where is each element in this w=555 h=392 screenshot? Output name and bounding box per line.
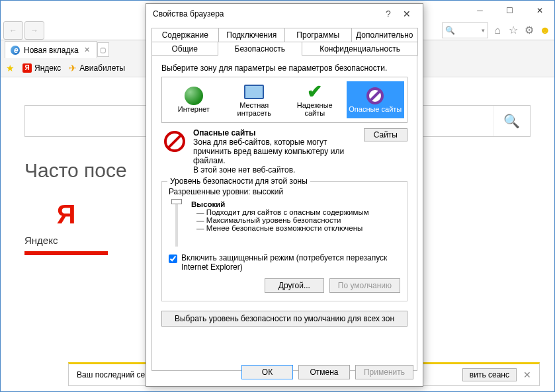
protected-mode-label: Включить защищенный режим (потребуется п… <box>181 253 400 272</box>
protected-mode-checkbox[interactable] <box>169 255 177 263</box>
zone-desc-line2: В этой зоне нет веб-сайтов. <box>193 165 359 175</box>
browser-tab[interactable]: Новая вкладка ✕ <box>5 41 97 58</box>
page-search-button[interactable]: 🔍 <box>493 106 530 136</box>
selected-zone-name: Опасные сайты <box>193 128 359 137</box>
yandex-icon: Я <box>22 63 32 73</box>
tab-privacy[interactable]: Конфиденциальность <box>302 42 418 56</box>
apply-button[interactable]: Применить <box>355 365 413 379</box>
bar-close-icon[interactable]: ✕ <box>523 370 531 380</box>
level-name: Высокий <box>191 200 400 208</box>
plane-icon: ✈ <box>69 63 77 73</box>
dialog-footer: ОК Отмена Применить <box>146 365 423 379</box>
zone-internet[interactable]: Интернет <box>165 81 223 118</box>
favorite-label: Яндекс <box>34 63 61 73</box>
back-button[interactable]: ← <box>3 21 23 40</box>
cancel-button[interactable]: Отмена <box>298 365 350 379</box>
reset-all-zones-button[interactable]: Выбрать уровень безопасности по умолчани… <box>161 311 407 327</box>
level-bullet: — Максимальный уровень безопасности <box>191 216 400 224</box>
restricted-large-icon <box>161 128 188 175</box>
favorite-avia[interactable]: ✈ Авиабилеты <box>69 63 125 73</box>
smiley-icon[interactable]: ☻ <box>538 24 552 37</box>
minimize-button[interactable]: ─ <box>465 1 495 20</box>
favorite-yandex[interactable]: Я Яндекс <box>22 63 61 73</box>
level-legend: Уровень безопасности для этой зоны <box>167 176 310 186</box>
ok-button[interactable]: ОК <box>241 365 293 379</box>
allowed-levels: Разрешенные уровни: высокий <box>169 187 400 196</box>
search-icon: 🔍 <box>445 26 455 35</box>
zone-list: Интернет Местная интрасеть ✔ Надежные са… <box>161 77 407 123</box>
star-icon: ★ <box>6 63 15 73</box>
zone-intranet[interactable]: Местная интрасеть <box>226 81 284 118</box>
tile-yandex[interactable]: Я <box>24 198 108 231</box>
close-button[interactable]: ✕ <box>525 1 554 20</box>
security-slider[interactable] <box>175 200 178 247</box>
default-level-button[interactable]: По умолчанию <box>329 278 400 293</box>
dialog-title: Свойства браузера <box>153 9 379 19</box>
tab-title: Новая вкладка <box>24 46 79 55</box>
sites-button[interactable]: Сайты <box>364 128 407 141</box>
internet-options-dialog: Свойства браузера ? ✕ Содержание Подключ… <box>146 3 423 387</box>
help-button[interactable]: ? <box>379 9 398 19</box>
ie-tab-icon <box>11 46 20 55</box>
tab-programs[interactable]: Программы <box>284 28 352 42</box>
check-icon: ✔ <box>304 83 325 101</box>
tile-letter: Я <box>57 200 76 229</box>
zone-label: Надежные сайты <box>287 101 343 117</box>
zone-label: Интернет <box>178 105 210 113</box>
monitor-icon <box>243 83 265 101</box>
home-icon[interactable]: ⌂ <box>491 24 504 37</box>
zone-label: Местная интрасеть <box>227 101 282 117</box>
tab-security[interactable]: Безопасность <box>218 42 303 56</box>
dialog-close-button[interactable]: ✕ <box>398 9 416 19</box>
new-tab-button[interactable]: ▢ <box>97 42 109 57</box>
maximize-button[interactable]: ☐ <box>495 1 525 20</box>
zone-prompt: Выберите зону для параметры ее параметро… <box>161 63 407 73</box>
zone-restricted[interactable]: Опасные сайты <box>347 81 405 118</box>
zone-label: Опасные сайты <box>349 105 402 113</box>
tab-close-icon[interactable]: ✕ <box>83 46 91 54</box>
tools-gear-icon[interactable]: ⚙ <box>523 24 536 37</box>
custom-level-button[interactable]: Другой... <box>265 278 324 293</box>
tile-underline <box>24 251 108 255</box>
level-bullet: — Подходит для сайтов с опасным содержим… <box>191 208 400 216</box>
tab-general[interactable]: Общие <box>151 42 218 56</box>
add-favorite-button[interactable]: ★ <box>6 63 15 73</box>
tab-content[interactable]: Содержание <box>151 28 219 42</box>
dialog-titlebar: Свойства браузера ? ✕ <box>146 4 423 24</box>
globe-icon <box>183 87 204 105</box>
quick-search-box[interactable]: 🔍 ▾ <box>442 22 488 38</box>
arrow-right-icon: → <box>30 26 38 35</box>
magnifier-icon: 🔍 <box>503 113 520 129</box>
dropdown-icon: ▾ <box>482 27 485 34</box>
restricted-icon <box>364 87 386 105</box>
arrow-left-icon: ← <box>9 26 17 35</box>
zone-desc-line1: Зона для веб-сайтов, которые могут причи… <box>193 137 359 165</box>
zone-trusted[interactable]: ✔ Надежные сайты <box>286 81 344 118</box>
tab-connections[interactable]: Подключения <box>218 28 286 42</box>
level-bullet: — Менее безопасные возможности отключены <box>191 224 400 232</box>
security-level-group: Уровень безопасности для этой зоны Разре… <box>161 181 407 301</box>
security-tab-panel: Выберите зону для параметры ее параметро… <box>151 55 417 371</box>
favorite-label: Авиабилеты <box>79 63 125 73</box>
restore-session-button[interactable]: вить сеанс <box>462 368 517 381</box>
bar-text: Ваш последний се <box>77 370 145 379</box>
tab-advanced[interactable]: Дополнительно <box>351 28 419 42</box>
favorites-star-icon[interactable]: ☆ <box>507 24 520 37</box>
forward-button[interactable]: → <box>24 21 44 40</box>
slider-thumb[interactable] <box>171 199 182 204</box>
